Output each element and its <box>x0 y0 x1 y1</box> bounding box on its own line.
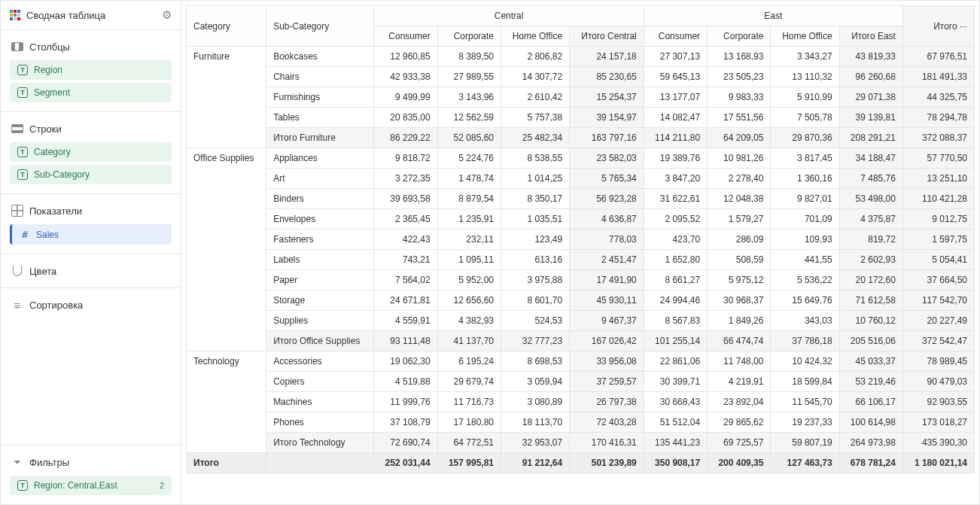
cell-value: 13 177,07 <box>644 87 707 108</box>
chip-subcategory[interactable]: TSub-Category <box>10 165 172 184</box>
chip-filter-region[interactable]: T Region: Central,East 2 <box>10 476 172 495</box>
cell-value: 109,93 <box>771 230 839 250</box>
cell-value: 27 989,55 <box>437 67 501 87</box>
header-segment[interactable]: Corporate <box>708 26 771 47</box>
section-measures: Показатели #Sales <box>1 194 181 254</box>
cell-region-subtotal: 45 930,11 <box>570 291 644 311</box>
cell-value: 66 474,74 <box>708 331 771 351</box>
header-grand-total[interactable]: Итого ··· <box>902 6 974 47</box>
cell-value: 157 995,81 <box>437 453 501 473</box>
header-segment[interactable]: Home Office <box>771 26 839 47</box>
header-region[interactable]: Central <box>374 6 644 26</box>
cell-value: 42 933,38 <box>374 67 437 87</box>
cell-value: 7 564,02 <box>374 270 437 291</box>
chip-sales[interactable]: #Sales <box>10 224 172 245</box>
cell-region-subtotal: 2 451,47 <box>570 250 644 270</box>
section-colors: Цвета <box>1 254 181 288</box>
cell-region-subtotal: 100 614,98 <box>839 412 902 433</box>
cell-value: 12 656,60 <box>437 291 501 311</box>
cell-value: 4 219,91 <box>708 372 771 392</box>
header-segment[interactable]: Home Office <box>501 26 570 47</box>
cell-subcategory: Binders <box>266 189 374 209</box>
cell-region-subtotal: 170 416,31 <box>570 433 644 453</box>
cell-value: 2 278,40 <box>708 169 771 189</box>
cell-region-subtotal: 66 106,17 <box>839 392 902 412</box>
table-row: TechnologyAccessories19 062,306 195,248 … <box>187 351 975 372</box>
cell-value: 10 424,32 <box>771 351 839 372</box>
cell-value: 2 610,42 <box>501 87 570 108</box>
cell-value: 8 661,27 <box>644 270 707 291</box>
header-segment[interactable]: Consumer <box>374 26 437 47</box>
section-rows-header[interactable]: Строки <box>1 118 181 139</box>
cell-value: 64 209,05 <box>708 128 771 148</box>
sort-icon <box>11 299 23 311</box>
cell-grand-total: 67 976,51 <box>902 47 974 67</box>
cell-value: 18 113,70 <box>501 412 570 433</box>
section-sort-header[interactable]: Сортировка <box>1 294 181 315</box>
cell-region-subtotal: 71 612,58 <box>839 291 902 311</box>
header-category[interactable]: Category <box>187 6 266 47</box>
header-segment[interactable]: Corporate <box>437 26 501 47</box>
chip-region[interactable]: TRegion <box>10 60 172 80</box>
cell-region-subtotal: 29 071,38 <box>839 87 902 108</box>
cell-grand-total: 1 180 021,14 <box>902 453 974 473</box>
chip-segment[interactable]: TSegment <box>10 83 172 102</box>
cell-region-subtotal: 5 765,34 <box>570 169 644 189</box>
cell-value: 32 777,23 <box>501 331 570 351</box>
cell-region-subtotal: 208 291,21 <box>839 128 902 148</box>
header-region-subtotal[interactable]: Итого Central <box>570 26 644 47</box>
settings-gear-icon[interactable]: ⚙ <box>162 8 172 22</box>
cell-value: 41 137,70 <box>437 331 501 351</box>
table-row: FurnitureBookcases12 960,858 389,502 806… <box>187 47 975 67</box>
cell-value: 30 399,71 <box>644 372 707 392</box>
cell-grand-total: 435 390,30 <box>902 433 974 453</box>
cell-value: 422,43 <box>374 230 437 250</box>
cell-subtotal-label: Итого Technology <box>266 433 374 453</box>
section-columns-header[interactable]: Столбцы <box>1 36 181 57</box>
cell-category: Furniture <box>187 47 266 148</box>
cell-value: 524,53 <box>501 311 570 331</box>
header-region[interactable]: East <box>644 6 902 26</box>
cell-value: 114 211,80 <box>644 128 707 148</box>
chip-category[interactable]: TCategory <box>10 142 172 162</box>
cell-region-subtotal: 33 956,08 <box>570 351 644 372</box>
table-row: Paper7 564,025 952,003 975,8817 491,908 … <box>187 270 975 291</box>
cell-value: 30 968,37 <box>708 291 771 311</box>
section-filters-label: Фильтры <box>29 457 69 468</box>
cell-region-subtotal: 778,03 <box>570 230 644 250</box>
sidebar-header: Сводная таблица ⚙ <box>1 1 181 30</box>
cell-grand-total: 181 491,33 <box>902 67 974 87</box>
cell-value: 8 538,55 <box>501 148 570 169</box>
section-measures-header[interactable]: Показатели <box>1 200 181 221</box>
cell-value: 5 536,22 <box>771 270 839 291</box>
title-text: Сводная таблица <box>26 10 105 21</box>
table-row: Phones37 108,7917 180,8018 113,7072 403,… <box>187 412 975 433</box>
pivot-icon <box>10 10 20 20</box>
cell-subtotal-label: Итого Furniture <box>266 128 374 148</box>
section-filters: Фильтры T Region: Central,East 2 <box>1 446 181 504</box>
section-colors-header[interactable]: Цвета <box>1 260 181 281</box>
cell-value: 25 482,34 <box>501 128 570 148</box>
table-row: Art3 272,351 478,741 014,255 765,343 847… <box>187 169 975 189</box>
cell-region-subtotal: 4 636,87 <box>570 209 644 230</box>
cell-region-subtotal: 56 923,28 <box>570 189 644 209</box>
cell-value: 13 110,32 <box>771 67 839 87</box>
cell-region-subtotal: 26 797,38 <box>570 392 644 412</box>
header-region-subtotal[interactable]: Итого East <box>839 26 902 47</box>
cell-value: 3 343,27 <box>771 47 839 67</box>
section-filters-header[interactable]: Фильтры <box>1 452 181 473</box>
header-subcategory[interactable]: Sub-Category <box>266 6 374 47</box>
section-columns: Столбцы TRegion TSegment <box>1 30 181 112</box>
cell-value: 12 562,59 <box>437 108 501 128</box>
cell-value: 23 505,23 <box>708 67 771 87</box>
cell-value: 2 365,45 <box>374 209 437 230</box>
cell-subcategory: Storage <box>266 291 374 311</box>
cell-value: 19 389,76 <box>644 148 707 169</box>
cell-value: 4 519,88 <box>374 372 437 392</box>
header-segment[interactable]: Consumer <box>644 26 707 47</box>
cell-value: 24 671,81 <box>374 291 437 311</box>
text-field-icon: T <box>17 65 28 75</box>
cell-subcategory: Bookcases <box>266 47 374 67</box>
cell-value: 127 463,73 <box>771 453 839 473</box>
cell-grand-total: 44 325,75 <box>902 87 974 108</box>
